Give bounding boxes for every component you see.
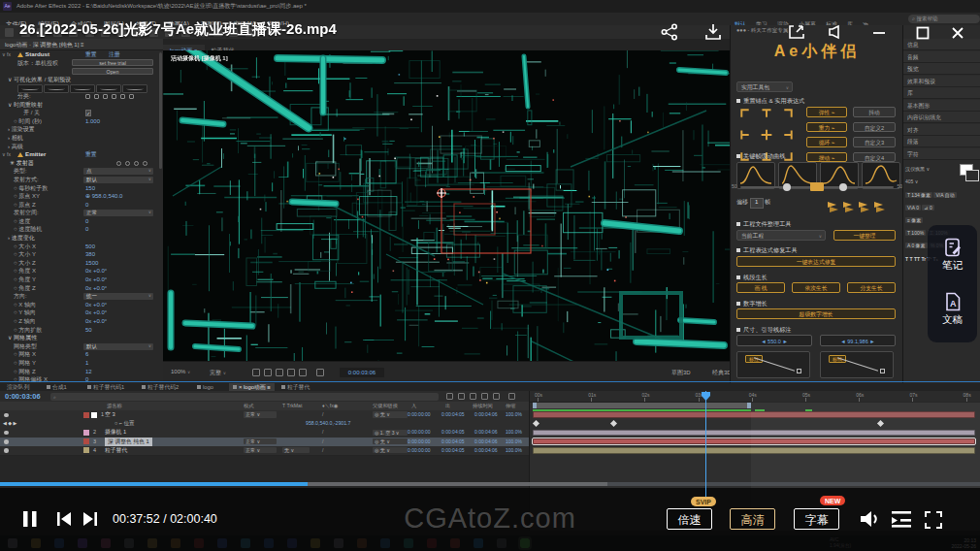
- property-value[interactable]: 0: [85, 225, 88, 234]
- layer-name[interactable]: 粒子替代: [105, 446, 127, 455]
- annotation-preview-1[interactable]: 标注: [736, 351, 810, 378]
- zoom-level-dropdown[interactable]: 100% ∨: [171, 369, 190, 374]
- ae-search-input[interactable]: ⌕ 搜索帮助: [908, 15, 980, 23]
- grow-button[interactable]: 依次生长: [792, 282, 840, 293]
- composition-canvas[interactable]: [163, 50, 730, 361]
- property-value[interactable]: 6: [85, 350, 88, 359]
- property-label[interactable]: ○ 速度随机: [14, 225, 42, 234]
- property-dropdown[interactable]: 正常∨: [83, 210, 153, 216]
- time-value[interactable]: 100.0%: [506, 446, 522, 455]
- time-value[interactable]: 0:00:04:05: [441, 438, 465, 446]
- column-header[interactable]: 源名称: [107, 402, 122, 410]
- effect-link[interactable]: 重置: [85, 150, 97, 159]
- property-dropdown[interactable]: 点∨: [83, 168, 153, 175]
- expression-button[interactable]: 循环 ⌁: [806, 137, 847, 147]
- property-label[interactable]: ○ 每秒粒子数: [14, 184, 48, 193]
- measure-box-2[interactable]: ◄ 99.1,986 ►: [820, 335, 896, 346]
- minimize-button[interactable]: [869, 23, 889, 43]
- layer-name[interactable]: 空 3: [105, 410, 115, 419]
- trial-button[interactable]: set free trial: [72, 59, 153, 66]
- property-value[interactable]: 0x +0.0°: [85, 317, 107, 326]
- property-label[interactable]: 网格类型: [14, 342, 37, 351]
- node-icon[interactable]: [134, 161, 139, 166]
- property-value[interactable]: 150: [85, 184, 95, 193]
- character-setting-row[interactable]: T 134 像素 V/A 自动: [905, 192, 979, 198]
- label-color-chip[interactable]: [83, 430, 89, 436]
- measure-box-1[interactable]: ◄ 550.0 ►: [736, 335, 812, 346]
- easing-apply-icon[interactable]: [874, 199, 887, 210]
- property-dropdown[interactable]: 默认∨: [83, 343, 153, 350]
- layer-switches[interactable]: /: [322, 438, 323, 446]
- roi-icon[interactable]: [276, 369, 283, 376]
- group-row[interactable]: ∨ 可视化效果 / 笔刷预设: [8, 76, 71, 84]
- property-label[interactable]: ○ 速度: [14, 217, 30, 226]
- property-value[interactable]: 0: [85, 217, 88, 226]
- timeline-search-input[interactable]: ⌕: [50, 393, 439, 401]
- layer-name[interactable]: 摄像机 1: [105, 428, 126, 437]
- label-color-chip[interactable]: [83, 438, 89, 444]
- panel-header[interactable]: 效果和预设: [903, 76, 980, 87]
- column-header[interactable]: 伸缩: [506, 402, 515, 410]
- label-color-chip[interactable]: [83, 447, 89, 453]
- keyframe-diamond[interactable]: [533, 420, 539, 427]
- pause-button[interactable]: [21, 510, 39, 528]
- node-label[interactable]: ✳ 发射器: [10, 159, 34, 168]
- grid-icon[interactable]: [252, 369, 260, 376]
- time-value[interactable]: 0:00:04:06: [474, 428, 498, 437]
- custom-expression-button[interactable]: 自定义3: [853, 137, 896, 147]
- column-header[interactable]: ♦＼fx◉: [322, 402, 338, 410]
- property-dropdown[interactable]: 统一∨: [83, 293, 153, 300]
- exposure-icon[interactable]: [299, 369, 307, 376]
- property-label[interactable]: ○ 角度 Z: [14, 284, 36, 293]
- property-label[interactable]: ○ 时间 (秒): [14, 117, 42, 126]
- property-label[interactable]: ○ Y 轴向: [14, 308, 36, 317]
- group-row[interactable]: › 渲染设置: [8, 125, 35, 134]
- twirl-icon[interactable]: ∨ fx: [2, 150, 11, 159]
- character-setting-row[interactable]: ≡ 像素: [905, 217, 979, 223]
- panel-header[interactable]: 字符: [903, 148, 980, 160]
- previous-button[interactable]: [55, 511, 73, 527]
- eye-icon[interactable]: [4, 413, 9, 418]
- category-icon[interactable]: [94, 94, 99, 99]
- time-value[interactable]: 0:00:04:06: [474, 410, 498, 419]
- property-label[interactable]: ○ X 轴向: [14, 301, 36, 309]
- parent-dropdown[interactable]: ◎ 无 ∨: [373, 411, 408, 418]
- work-area-bar[interactable]: [533, 403, 751, 408]
- easing-slider[interactable]: 50 50: [740, 186, 894, 188]
- time-value[interactable]: 0:00:00:00: [408, 438, 431, 446]
- timeline-tab[interactable]: 粒子替代码1: [87, 383, 124, 391]
- category-icon[interactable]: [112, 94, 116, 99]
- fast-preview-dropdown[interactable]: 草图3D: [671, 369, 691, 377]
- parent-dropdown[interactable]: ◎ 1. 空 3 ∨: [373, 430, 408, 437]
- blend-mode-dropdown[interactable]: 正常 ∨: [244, 447, 277, 454]
- panel-header[interactable]: 段落: [903, 136, 980, 147]
- slider-center-chip[interactable]: [810, 182, 824, 191]
- effect-controls-scrollbar[interactable]: [159, 52, 162, 169]
- property-label[interactable]: ○ 大小 Y: [14, 250, 36, 259]
- node-icon[interactable]: [116, 161, 121, 166]
- property-label[interactable]: ○ 大小 X: [14, 243, 36, 251]
- grow-button[interactable]: 画 线: [736, 282, 785, 293]
- property-value[interactable]: 0x +0.0°: [85, 284, 107, 293]
- layer-switches[interactable]: /: [322, 410, 323, 419]
- timeline-tab[interactable]: logo: [197, 383, 213, 391]
- twirl-icon[interactable]: ∨ fx: [2, 50, 11, 59]
- timeline-tab[interactable]: 合成1: [47, 383, 67, 391]
- panel-header[interactable]: 库: [903, 87, 980, 99]
- graph-editor-icon[interactable]: [508, 393, 515, 400]
- custom-expression-button[interactable]: 抖动: [853, 107, 896, 117]
- property-value[interactable]: 0x +0.0°: [85, 308, 107, 317]
- timeline-tab[interactable]: 粒子替代码2: [142, 383, 179, 391]
- panel-header[interactable]: 对齐: [903, 124, 980, 136]
- property-value[interactable]: 0x +0.0°: [85, 267, 107, 276]
- resolution-dropdown[interactable]: 完整 ∨: [210, 369, 226, 377]
- annotation-preview-2[interactable]: 标线: [820, 351, 894, 378]
- time-value[interactable]: 100.0%: [506, 438, 522, 446]
- eye-icon[interactable]: [4, 431, 9, 436]
- keyframe-diamond[interactable]: [610, 420, 617, 427]
- group-row[interactable]: ∨ 时间重映射: [8, 101, 43, 110]
- plugin-panel-tab[interactable]: ●●● - 科天工作室专属: [736, 27, 788, 34]
- easing-curve-button[interactable]: [862, 162, 900, 189]
- panel-header[interactable]: 内容识别填充: [903, 112, 980, 123]
- time-value[interactable]: 100.0%: [506, 410, 522, 419]
